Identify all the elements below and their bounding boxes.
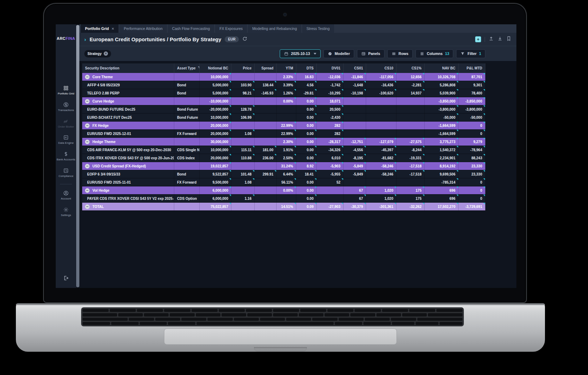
filter-label: Filter [467,51,477,56]
grid-cell: -8,244 [396,146,425,154]
sidebar-item-account[interactable]: Account [56,187,76,204]
grid-cell [231,186,255,194]
column-header-dv01[interactable]: DV01 [317,63,344,73]
date-picker[interactable]: 2025-10-13 [280,49,321,58]
tab-modelling-and-rebalancing[interactable]: Modelling and Rebalancing [248,24,301,33]
grid-cell [174,73,200,81]
filter-button[interactable]: Filter 1 [456,49,485,58]
sidebar-item-settings[interactable]: Settings [56,204,76,220]
tab-cash-flow-forecasting[interactable]: Cash Flow Forecasting [168,24,214,33]
column-header-ytm[interactable]: YTM [277,63,296,73]
table-row[interactable]: TELEFO 2.88 PERPBond5,000,00098.21-145.9… [82,89,485,97]
keyboard-key [392,322,415,325]
keyboard-key [312,318,337,321]
sidebar-item-bank-accounts[interactable]: Bank Accounts [56,148,76,165]
collapse-icon[interactable]: − [85,204,90,209]
table-row[interactable]: EUR/USD FWD 2025-12-01FX Forward20,000,0… [82,130,485,138]
collapse-icon[interactable]: − [85,140,90,144]
column-header-security-description[interactable]: Security Description [82,63,174,73]
table-row[interactable]: EUR/USD FWD 2025-11-01FX Forward9,500,00… [82,178,485,186]
column-header-nav-bc[interactable]: NAV BC [425,63,459,73]
sidebar-item-compliance[interactable]: Compliance [56,165,76,181]
table-row[interactable]: EURO-SCHATZ FUT Dec25Bond Future10,000,0… [82,113,485,122]
columns-button[interactable]: Columns 13 [416,49,454,58]
grid-cell: -27,575 [396,138,425,146]
add-button[interactable]: + [475,36,481,42]
security-description-cell: CDS ITRX XOVER CDSI S43 5Y @ 500 exp 20-… [82,154,174,162]
chip-remove-icon[interactable]: ✕ [104,51,108,56]
group-row[interactable]: −Core Theme10,000,0002.33%16.83-12,036-1… [82,73,485,81]
grid-cell: 14.51% [277,203,296,210]
grid-cell: 2.50% [277,154,296,162]
grid-cell: 0.00 [296,138,317,146]
sidebar-item-data-engine[interactable]: Data Engine [56,131,76,148]
tab-performance-attribution[interactable]: Performance Attribution [120,24,167,33]
grid-cell: 0.00 [296,105,317,113]
grid-cell: 9,500,000 [200,178,231,186]
sidebar-item-portfolio-grid[interactable]: Portfolio Grid [56,82,76,99]
lid-notch [254,347,307,352]
group-row[interactable]: −USD Credit Spread (FX-Hedged)19,022,857… [82,162,485,170]
grid-cell: -5,955 [317,170,344,178]
collapse-icon[interactable]: − [85,188,90,193]
table-row[interactable]: EURO-BUND FUTURE Dec25Bond Future-20,000… [82,105,485,113]
collapse-icon[interactable]: − [85,75,90,79]
refresh-button[interactable] [242,36,247,43]
grid-cell [255,178,277,186]
tab-close-icon[interactable]: ✕ [111,27,114,31]
grid-cell: -1,648 [344,81,366,89]
group-row[interactable]: −FX Hedge20,000,00022.99%0.00282-1,664,5… [82,122,485,130]
filter-count: 1 [479,51,481,56]
column-header-spread[interactable]: Spread [255,63,277,73]
logout-button[interactable] [63,275,69,282]
table-row[interactable]: AFFP 4 5/8 05/23/29Bond5,000,000103.9013… [82,81,485,89]
column-header-notional-bc[interactable]: Notional BC [200,63,231,73]
table-row[interactable]: PAYER CDS ITRX XOVER CDSI S43 5Y V2 exp … [82,195,485,203]
column-header-cs01[interactable]: CS01 [344,63,366,73]
keyboard-key [144,313,169,316]
download-button[interactable] [497,36,503,43]
sidebar-item-transactions[interactable]: Transactions [56,99,76,115]
tab-portfolio-grid[interactable]: Portfolio Grid✕ [81,24,119,33]
grid-cell: -5,903 [317,162,344,170]
keyboard-key [83,318,128,321]
tab-fx-exposures[interactable]: FX Exposures [215,24,247,33]
collapse-icon[interactable]: − [85,164,90,168]
sidebar-item-order-blotter[interactable]: Order Blotter [56,115,76,132]
trend-icon [63,118,69,124]
column-header-dts[interactable]: DTS [296,63,317,73]
group-row[interactable]: −Vol Hedge6,000,0000.00%0.00671,02017569… [82,186,485,195]
upload-button[interactable] [489,36,494,43]
panels-button[interactable]: Panels [357,49,384,58]
security-description-cell: EOFP 6 3/4 09/15/33 [82,170,174,178]
table-row[interactable]: CDS AIR FRANCE-KLM 5Y @ 500 exp 20-Dec-2… [82,146,485,154]
table-row[interactable]: CDS ITRX XOVER CDSI S43 5Y @ 500 exp 20-… [82,154,485,162]
grid-cell: -5,849 [344,170,366,178]
grid-cell [174,138,200,146]
column-header-p-l-mtd[interactable]: P&L MTD [459,63,485,73]
grid-cell [277,195,296,202]
table-row[interactable]: EOFP 6 3/4 09/15/33Bond9,522,857101.4829… [82,170,485,178]
collapse-icon[interactable]: − [85,123,90,128]
column-header-cs1-[interactable]: CS1% [396,63,425,73]
column-header-asset-type[interactable]: Asset Type [174,63,200,73]
grid-cell [231,97,255,105]
group-row[interactable]: −Curve Hedge-10,000,0000.00%0.0018,071-3… [82,97,485,105]
grid-cell: 20,000,000 [200,154,231,162]
bookmark-button[interactable] [506,36,511,43]
group-row[interactable]: −Hedge Theme30,000,0002.30%0.00-28,317-1… [82,138,485,146]
total-row[interactable]: −TOTAL75,022,85714.51%0.09-27,903-30,379… [82,203,485,211]
collapse-icon[interactable]: − [85,99,90,104]
rows-button[interactable]: Rows [387,49,413,58]
tab-stress-testing[interactable]: Stress Testing [302,24,334,33]
group-label: Curve Hedge [92,99,114,103]
grid-cell: 6,000,000 [200,186,231,194]
security-description-cell: PAYER CDS ITRX XOVER CDSI S43 5Y V2 exp … [82,195,174,202]
column-header-cs10[interactable]: CS10 [366,63,396,73]
grid-cell: 0 [459,130,485,137]
strategy-group-chip[interactable]: Strategy ✕ [84,50,111,57]
chevron-right-icon[interactable]: › [84,37,86,42]
column-header-price[interactable]: Price [231,63,255,73]
modeller-button[interactable]: Modeller [323,49,354,58]
grid-cell: -34,326 [317,146,344,154]
